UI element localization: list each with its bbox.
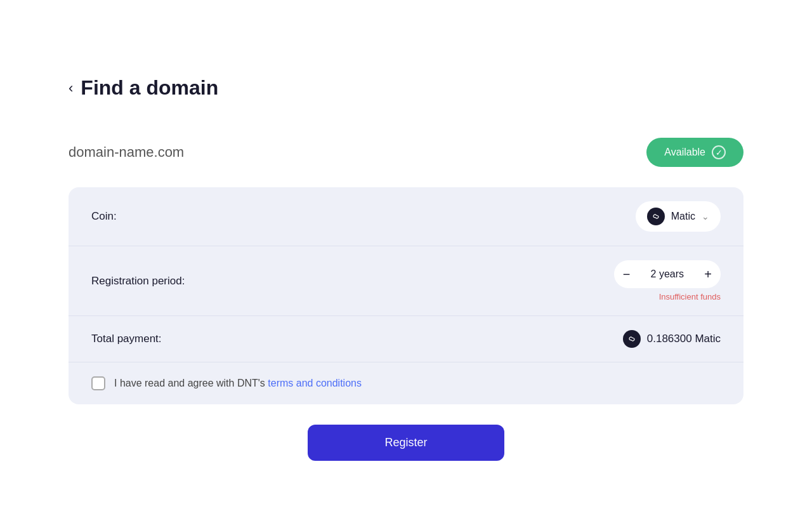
period-stepper: − 2 years + (614, 260, 721, 288)
registration-card: Coin: Matic ⌄ Registration period: − 2 y… (69, 187, 743, 404)
available-button[interactable]: Available ✓ (646, 138, 743, 167)
terms-link[interactable]: terms and conditions (268, 378, 362, 388)
period-control: − 2 years + Insufficient funds (614, 260, 721, 301)
total-coin-icon (623, 330, 641, 348)
period-decrement-button[interactable]: − (614, 260, 639, 288)
available-label: Available (664, 147, 705, 158)
terms-checkbox[interactable] (91, 376, 105, 390)
period-row: Registration period: − 2 years + Insuffi… (69, 246, 743, 316)
register-btn-container: Register (69, 425, 743, 461)
coin-row: Coin: Matic ⌄ (69, 187, 743, 246)
total-amount: 0.186300 Matic (647, 333, 721, 345)
back-button[interactable]: ‹ (69, 80, 73, 96)
back-header: ‹ Find a domain (69, 76, 743, 100)
coin-name: Matic (671, 211, 695, 222)
coin-chevron-down-icon: ⌄ (702, 211, 709, 222)
terms-text: I have read and agree with DNT's terms a… (114, 378, 362, 389)
total-payment-label: Total payment: (91, 333, 162, 345)
available-check-icon: ✓ (712, 145, 726, 159)
terms-row: I have read and agree with DNT's terms a… (69, 362, 743, 404)
period-label: Registration period: (91, 275, 185, 288)
coin-icon (647, 208, 665, 225)
period-value: 2 years (639, 268, 695, 280)
period-increment-button[interactable]: + (695, 260, 721, 288)
coin-label: Coin: (91, 210, 117, 223)
total-payment-row: Total payment: 0.186300 Matic (69, 316, 743, 362)
register-button[interactable]: Register (308, 425, 504, 461)
total-payment-value: 0.186300 Matic (623, 330, 721, 348)
domain-row: domain-name.com Available ✓ (69, 138, 743, 167)
coin-selector[interactable]: Matic ⌄ (636, 201, 721, 232)
domain-name: domain-name.com (69, 144, 184, 161)
insufficient-funds-message: Insufficient funds (659, 292, 721, 301)
page-title: Find a domain (81, 76, 218, 100)
